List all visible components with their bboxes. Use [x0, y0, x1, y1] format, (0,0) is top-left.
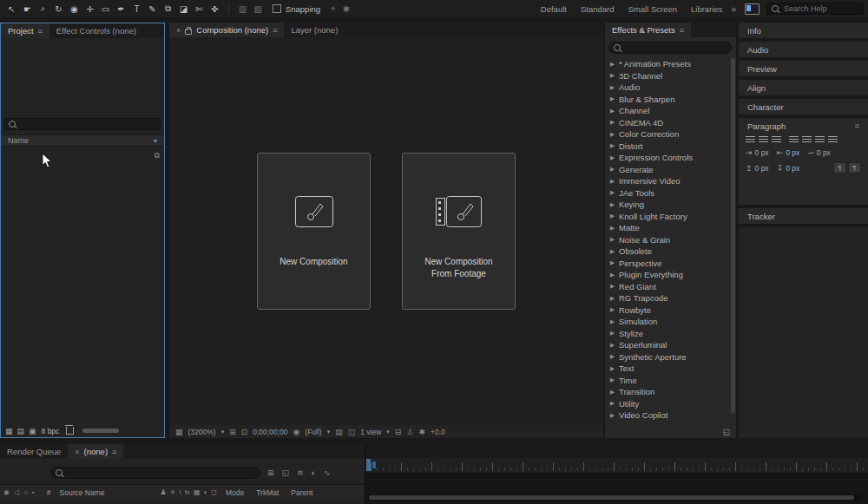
timeline-hscrollbar[interactable] [368, 494, 863, 501]
workspace-overflow-icon[interactable]: » [731, 4, 736, 14]
tab-layer[interactable]: Layer (none) [284, 23, 345, 37]
disclosure-icon[interactable]: ▶ [610, 412, 615, 419]
statusbar-icon[interactable]: ▤ [335, 428, 343, 436]
view-layout-dropdown[interactable]: 1 view [360, 428, 381, 436]
disclosure-icon[interactable]: ▶ [610, 72, 615, 79]
effects-category-row[interactable]: ▶ CINEMA 4D [605, 117, 731, 129]
layer-switch-icon[interactable]: ▦ [194, 488, 201, 496]
workspace-tab[interactable]: Small Screen [628, 4, 678, 14]
disclosure-icon[interactable]: ▶ [610, 201, 615, 208]
layer-switch-icon[interactable]: ♟ [161, 488, 167, 496]
effects-category-row[interactable]: ▶ Immersive Video [605, 175, 731, 187]
snapshot-camera-icon[interactable]: ◉ [293, 428, 299, 436]
tab-effects-presets[interactable]: Effects & Presets ≡ [605, 23, 691, 37]
panel-header-info[interactable]: Info [739, 23, 868, 38]
close-icon[interactable]: × [75, 448, 79, 456]
new-composition-button[interactable]: New Composition [257, 153, 371, 310]
panel-menu-icon[interactable]: ≡ [38, 27, 43, 36]
tool-button[interactable]: ↻ [51, 2, 66, 16]
field-value[interactable]: 0 px [817, 148, 831, 157]
disclosure-icon[interactable]: ▶ [610, 400, 615, 407]
snap-option-icon[interactable]: ✱ [343, 4, 350, 14]
effects-category-row[interactable]: ▶ Noise & Grain [605, 234, 731, 246]
timeline-option-icon[interactable]: ◐ [312, 468, 316, 477]
effects-category-row[interactable]: ▶ Plugin Everything [605, 269, 731, 281]
project-hscroll-thumb[interactable] [82, 429, 119, 433]
effects-scrollbar[interactable] [731, 58, 735, 424]
snap-option-icon[interactable]: ⌖ [331, 3, 336, 14]
av-feature-icon[interactable]: ▪ [32, 488, 35, 496]
justify-last-left-icon[interactable] [789, 136, 799, 143]
effects-footer-icon[interactable]: ◱ [722, 428, 730, 436]
effects-category-row[interactable]: ▶ Video Copilot [605, 409, 731, 422]
disclosure-icon[interactable]: ▶ [610, 84, 615, 91]
project-footer-icon[interactable]: ▤ [17, 427, 25, 435]
panel-header-tracker[interactable]: Tracker [739, 208, 868, 224]
effects-category-row[interactable]: ▶ RG Trapcode [605, 292, 731, 304]
disclosure-icon[interactable]: ▶ [610, 119, 615, 126]
effects-category-row[interactable]: ▶ Distort [605, 141, 731, 153]
effects-category-row[interactable]: ▶ Blur & Sharpen [605, 94, 731, 106]
field-value[interactable]: 0 px [786, 148, 799, 157]
sort-dropdown-icon[interactable]: ▾ [154, 137, 157, 145]
align-left-icon[interactable] [746, 136, 755, 143]
tab-timeline-none[interactable]: × (none) ≡ [68, 444, 123, 459]
tool-button[interactable]: ✜ [207, 2, 222, 16]
timeline-option-icon[interactable]: ≋ [297, 468, 304, 477]
statusbar-icon[interactable]: ✱ [418, 428, 425, 436]
av-feature-icon[interactable]: ○ [23, 488, 28, 496]
field-value[interactable]: 0 px [755, 148, 769, 157]
effects-category-row[interactable]: ▶ Utility [605, 398, 731, 410]
effects-category-row[interactable]: ▶ Expression Controls [605, 152, 731, 164]
disclosure-icon[interactable]: ▶ [610, 306, 615, 313]
tool-button[interactable]: ↖ [4, 2, 19, 16]
lock-icon[interactable] [185, 29, 192, 35]
tab-composition[interactable]: × Composition (none) ≡ [169, 23, 284, 37]
disclosure-icon[interactable]: ▶ [610, 342, 615, 349]
layer-switch-icon[interactable]: ✳ [170, 488, 176, 496]
project-flowchart-icon[interactable]: ⧉ [155, 151, 160, 160]
disclosure-icon[interactable]: ▶ [610, 189, 615, 196]
tool-button[interactable]: ◉ [67, 2, 82, 16]
time-ruler[interactable] [365, 458, 868, 474]
bit-depth-button[interactable]: 8 bpc [42, 427, 60, 435]
effects-category-row[interactable]: ▶ Rowbyte [605, 304, 731, 317]
disclosure-icon[interactable]: ▶ [610, 330, 615, 337]
trkmat-column[interactable]: TrkMat [256, 488, 279, 497]
project-search-input[interactable] [19, 119, 156, 129]
tool-button[interactable]: ✒ [114, 2, 128, 16]
indent-first-line-field[interactable]: ⇀ 0 px [807, 148, 831, 157]
snapping-checkbox[interactable] [273, 4, 281, 13]
effects-category-row[interactable]: ▶ Stylize [605, 328, 731, 340]
text-direction-button[interactable]: ¶ [848, 162, 861, 173]
trash-icon[interactable] [66, 427, 74, 435]
layer-switch-icon[interactable]: ◐ [203, 488, 207, 496]
tool-button[interactable]: ✄ [192, 2, 207, 16]
av-feature-icon[interactable]: ◁ [14, 488, 19, 496]
disclosure-icon[interactable]: ▶ [610, 376, 615, 383]
panel-menu-icon[interactable]: ≡ [112, 448, 116, 456]
disclosure-icon[interactable]: ▶ [610, 213, 615, 219]
disclosure-icon[interactable]: ▶ [610, 61, 615, 68]
effects-category-row[interactable]: ▶ Channel [605, 105, 731, 117]
exposure-value[interactable]: +0.0 [431, 428, 445, 436]
scrollbar-thumb[interactable] [369, 495, 854, 500]
disclosure-icon[interactable]: ▶ [610, 108, 615, 115]
disclosure-icon[interactable]: ▶ [610, 353, 615, 360]
effects-category-row[interactable]: ▶ Perspective [605, 258, 731, 270]
statusbar-icon[interactable]: ⊟ [395, 428, 402, 436]
space-after-field[interactable]: ↧ 0 px [777, 164, 800, 173]
effects-category-row[interactable]: ▶ JAe Tools [605, 187, 731, 200]
toolbar-extra-icon[interactable]: ▥ [239, 4, 247, 14]
tool-button[interactable]: ◪ [176, 2, 191, 16]
effects-category-row[interactable]: ▶ Keying [605, 199, 731, 211]
disclosure-icon[interactable]: ▶ [610, 259, 615, 266]
space-before-field[interactable]: ↥ 0 px [746, 164, 769, 173]
effects-category-row[interactable]: ▶ Generate [605, 164, 731, 176]
disclosure-icon[interactable]: ▶ [610, 225, 615, 232]
field-value[interactable]: 0 px [786, 164, 799, 173]
scrollbar-thumb[interactable] [731, 58, 735, 413]
justify-last-center-icon[interactable] [802, 136, 812, 143]
panel-header-audio[interactable]: Audio [739, 42, 868, 57]
statusbar-icon[interactable]: ◫ [348, 428, 356, 436]
